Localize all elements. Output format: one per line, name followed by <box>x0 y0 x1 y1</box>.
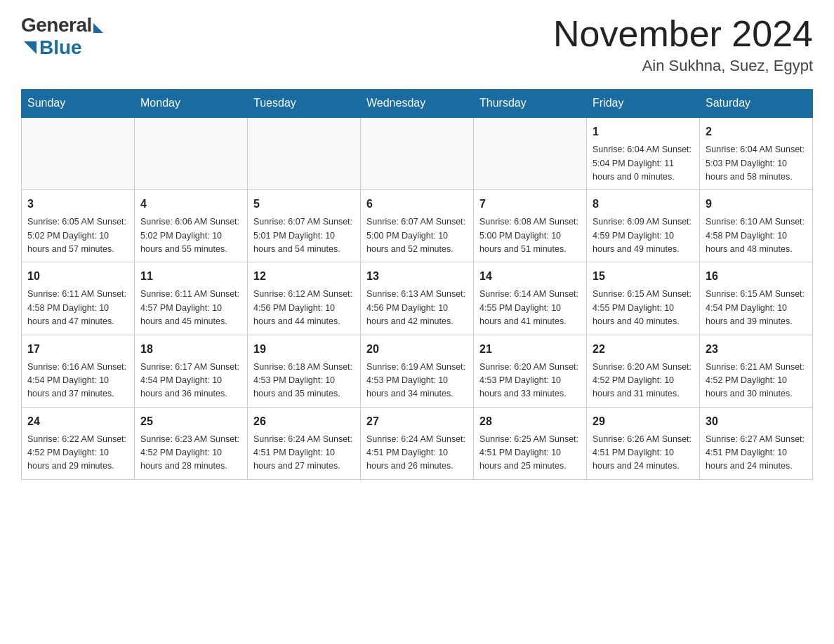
calendar-cell: 22Sunrise: 6:20 AM Sunset: 4:52 PM Dayli… <box>587 335 700 407</box>
day-number: 25 <box>140 413 241 430</box>
day-number: 6 <box>366 196 468 213</box>
calendar-week-row: 10Sunrise: 6:11 AM Sunset: 4:58 PM Dayli… <box>22 262 813 335</box>
day-number: 4 <box>140 196 241 213</box>
day-number: 15 <box>593 268 694 285</box>
day-info: Sunrise: 6:04 AM Sunset: 5:03 PM Dayligh… <box>706 143 807 184</box>
calendar-day-header: Sunday <box>22 90 135 118</box>
day-number: 18 <box>140 341 241 358</box>
day-info: Sunrise: 6:13 AM Sunset: 4:56 PM Dayligh… <box>366 288 468 328</box>
calendar-day-header: Friday <box>587 90 700 118</box>
calendar-week-row: 3Sunrise: 6:05 AM Sunset: 5:02 PM Daylig… <box>22 190 813 262</box>
day-number: 16 <box>706 268 807 285</box>
day-number: 11 <box>140 268 241 285</box>
day-number: 7 <box>479 196 581 213</box>
calendar-cell: 3Sunrise: 6:05 AM Sunset: 5:02 PM Daylig… <box>22 190 135 262</box>
calendar-cell: 19Sunrise: 6:18 AM Sunset: 4:53 PM Dayli… <box>248 335 361 407</box>
calendar-week-row: 24Sunrise: 6:22 AM Sunset: 4:52 PM Dayli… <box>22 407 813 479</box>
day-info: Sunrise: 6:06 AM Sunset: 5:02 PM Dayligh… <box>140 215 241 256</box>
logo-general-text: General <box>21 14 92 36</box>
day-info: Sunrise: 6:27 AM Sunset: 4:51 PM Dayligh… <box>706 433 807 474</box>
calendar-cell: 20Sunrise: 6:19 AM Sunset: 4:53 PM Dayli… <box>361 335 474 407</box>
calendar-day-header: Saturday <box>700 90 813 118</box>
calendar-cell: 6Sunrise: 6:07 AM Sunset: 5:00 PM Daylig… <box>361 190 474 262</box>
calendar-cell: 16Sunrise: 6:15 AM Sunset: 4:54 PM Dayli… <box>700 262 813 335</box>
day-info: Sunrise: 6:07 AM Sunset: 5:01 PM Dayligh… <box>253 215 355 256</box>
day-info: Sunrise: 6:12 AM Sunset: 4:56 PM Dayligh… <box>253 288 355 328</box>
day-number: 10 <box>27 268 128 285</box>
day-info: Sunrise: 6:25 AM Sunset: 4:51 PM Dayligh… <box>479 433 581 474</box>
day-number: 5 <box>253 196 355 213</box>
calendar-cell: 13Sunrise: 6:13 AM Sunset: 4:56 PM Dayli… <box>361 262 474 335</box>
calendar-cell: 14Sunrise: 6:14 AM Sunset: 4:55 PM Dayli… <box>474 262 587 335</box>
calendar-header-row: SundayMondayTuesdayWednesdayThursdayFrid… <box>22 90 813 118</box>
day-number: 20 <box>366 341 468 358</box>
day-number: 9 <box>706 196 807 213</box>
day-info: Sunrise: 6:07 AM Sunset: 5:00 PM Dayligh… <box>366 215 468 256</box>
day-number: 29 <box>593 413 694 430</box>
calendar-cell: 8Sunrise: 6:09 AM Sunset: 4:59 PM Daylig… <box>587 190 700 262</box>
calendar-subtitle: Ain Sukhna, Suez, Egypt <box>553 57 813 75</box>
day-info: Sunrise: 6:19 AM Sunset: 4:53 PM Dayligh… <box>366 361 468 401</box>
day-number: 1 <box>593 123 694 140</box>
day-number: 22 <box>593 341 694 358</box>
calendar-cell: 30Sunrise: 6:27 AM Sunset: 4:51 PM Dayli… <box>700 407 813 479</box>
logo-arrow-icon <box>93 23 103 33</box>
calendar-cell: 21Sunrise: 6:20 AM Sunset: 4:53 PM Dayli… <box>474 335 587 407</box>
calendar-cell <box>22 117 135 190</box>
calendar-week-row: 17Sunrise: 6:16 AM Sunset: 4:54 PM Dayli… <box>22 335 813 407</box>
calendar-cell <box>361 117 474 190</box>
calendar-cell: 1Sunrise: 6:04 AM Sunset: 5:04 PM Daylig… <box>587 117 700 190</box>
day-info: Sunrise: 6:26 AM Sunset: 4:51 PM Dayligh… <box>593 433 694 474</box>
day-info: Sunrise: 6:23 AM Sunset: 4:52 PM Dayligh… <box>140 433 241 474</box>
calendar-cell: 9Sunrise: 6:10 AM Sunset: 4:58 PM Daylig… <box>700 190 813 262</box>
calendar-cell <box>248 117 361 190</box>
day-number: 30 <box>706 413 807 430</box>
day-info: Sunrise: 6:11 AM Sunset: 4:58 PM Dayligh… <box>27 288 128 328</box>
calendar-day-header: Tuesday <box>248 90 361 118</box>
calendar-cell: 10Sunrise: 6:11 AM Sunset: 4:58 PM Dayli… <box>22 262 135 335</box>
calendar-cell: 7Sunrise: 6:08 AM Sunset: 5:00 PM Daylig… <box>474 190 587 262</box>
day-info: Sunrise: 6:24 AM Sunset: 4:51 PM Dayligh… <box>253 433 355 474</box>
day-info: Sunrise: 6:20 AM Sunset: 4:53 PM Dayligh… <box>479 361 581 401</box>
calendar-cell: 4Sunrise: 6:06 AM Sunset: 5:02 PM Daylig… <box>135 190 248 262</box>
calendar-day-header: Wednesday <box>361 90 474 118</box>
day-number: 24 <box>27 413 128 430</box>
calendar-cell: 28Sunrise: 6:25 AM Sunset: 4:51 PM Dayli… <box>474 407 587 479</box>
title-block: November 2024 Ain Sukhna, Suez, Egypt <box>553 14 813 75</box>
day-info: Sunrise: 6:09 AM Sunset: 4:59 PM Dayligh… <box>593 215 694 256</box>
day-info: Sunrise: 6:15 AM Sunset: 4:55 PM Dayligh… <box>593 288 694 328</box>
calendar-cell: 11Sunrise: 6:11 AM Sunset: 4:57 PM Dayli… <box>135 262 248 335</box>
day-info: Sunrise: 6:05 AM Sunset: 5:02 PM Dayligh… <box>27 215 128 256</box>
day-number: 19 <box>253 341 355 358</box>
day-info: Sunrise: 6:18 AM Sunset: 4:53 PM Dayligh… <box>253 361 355 401</box>
day-number: 8 <box>593 196 694 213</box>
day-number: 13 <box>366 268 468 285</box>
logo: General Blue <box>21 14 103 59</box>
calendar-cell: 26Sunrise: 6:24 AM Sunset: 4:51 PM Dayli… <box>248 407 361 479</box>
day-info: Sunrise: 6:04 AM Sunset: 5:04 PM Dayligh… <box>593 143 694 184</box>
day-number: 23 <box>706 341 807 358</box>
calendar-day-header: Thursday <box>474 90 587 118</box>
day-info: Sunrise: 6:22 AM Sunset: 4:52 PM Dayligh… <box>27 433 128 474</box>
day-info: Sunrise: 6:20 AM Sunset: 4:52 PM Dayligh… <box>593 361 694 401</box>
calendar-cell: 15Sunrise: 6:15 AM Sunset: 4:55 PM Dayli… <box>587 262 700 335</box>
page-header: General Blue November 2024 Ain Sukhna, S… <box>21 14 813 75</box>
day-info: Sunrise: 6:14 AM Sunset: 4:55 PM Dayligh… <box>479 288 581 328</box>
day-info: Sunrise: 6:21 AM Sunset: 4:52 PM Dayligh… <box>706 361 807 401</box>
calendar-cell: 23Sunrise: 6:21 AM Sunset: 4:52 PM Dayli… <box>700 335 813 407</box>
day-number: 28 <box>479 413 581 430</box>
logo-blue-text: Blue <box>39 36 82 59</box>
calendar-cell: 29Sunrise: 6:26 AM Sunset: 4:51 PM Dayli… <box>587 407 700 479</box>
day-number: 14 <box>479 268 581 285</box>
calendar-day-header: Monday <box>135 90 248 118</box>
day-number: 17 <box>27 341 128 358</box>
calendar-cell: 27Sunrise: 6:24 AM Sunset: 4:51 PM Dayli… <box>361 407 474 479</box>
calendar-title: November 2024 <box>553 14 813 54</box>
day-number: 21 <box>479 341 581 358</box>
calendar-cell: 24Sunrise: 6:22 AM Sunset: 4:52 PM Dayli… <box>22 407 135 479</box>
day-info: Sunrise: 6:11 AM Sunset: 4:57 PM Dayligh… <box>140 288 241 328</box>
day-number: 27 <box>366 413 468 430</box>
calendar-cell: 18Sunrise: 6:17 AM Sunset: 4:54 PM Dayli… <box>135 335 248 407</box>
day-number: 12 <box>253 268 355 285</box>
day-info: Sunrise: 6:15 AM Sunset: 4:54 PM Dayligh… <box>706 288 807 328</box>
